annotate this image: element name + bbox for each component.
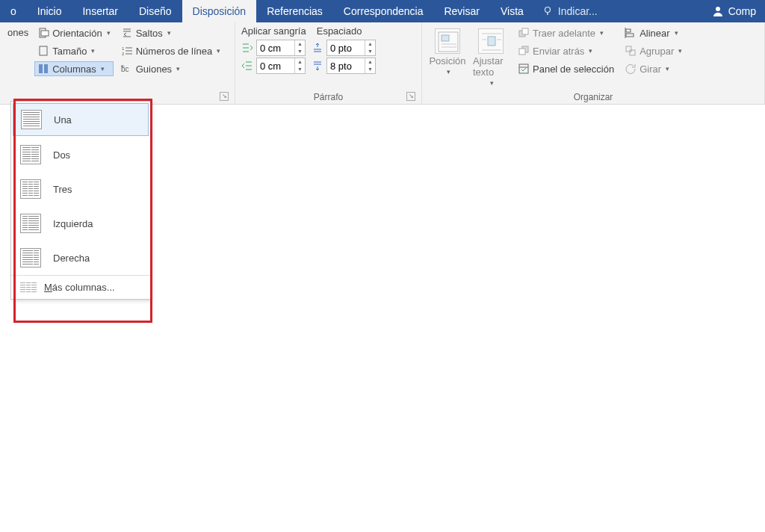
position-button[interactable]: Posición▾ [428, 25, 467, 90]
columns-option-tres[interactable]: Tres [11, 172, 150, 206]
svg-text:2: 2 [122, 52, 125, 56]
orientation-label: Orientación [52, 28, 102, 39]
svg-rect-27 [519, 49, 525, 55]
selection-pane-icon [518, 63, 530, 75]
breaks-icon [121, 27, 133, 39]
orientation-button[interactable]: Orientación▾ [34, 25, 113, 40]
svg-text:1: 1 [122, 46, 125, 51]
size-icon [37, 45, 49, 57]
caret-icon: ▾ [678, 47, 682, 55]
bring-forward-label: Traer adelante [533, 28, 595, 39]
bring-forward-icon [518, 27, 530, 39]
selection-pane-button[interactable]: Panel de selección [515, 61, 617, 76]
line-numbers-icon: 12 [121, 45, 133, 57]
lightbulb-icon [542, 5, 554, 17]
svg-rect-6 [39, 64, 43, 73]
option-label: Tres [53, 184, 72, 195]
svg-rect-19 [488, 37, 495, 46]
dialog-launcher-icon[interactable]: ↘ [406, 92, 415, 101]
tabbar-spacer [605, 0, 703, 22]
size-button[interactable]: Tamaño▾ [34, 43, 113, 58]
tab-revisar[interactable]: Revisar [433, 0, 489, 22]
line-numbers-button[interactable]: 12 Números de línea▾ [118, 43, 224, 58]
indent-right-input[interactable]: ▲▼ [256, 58, 306, 74]
indent-left-input[interactable]: ▲▼ [256, 40, 306, 56]
ribbon-tabbar: o Inicio Insertar Diseño Disposición Ref… [0, 0, 765, 22]
position-label: Posición [429, 55, 465, 66]
tab-disposicion[interactable]: Disposición [182, 0, 257, 22]
rotate-label: Girar [639, 64, 661, 75]
space-after-input[interactable]: ▲▼ [326, 58, 376, 74]
send-backward-icon [518, 45, 530, 57]
size-label: Tamaño [52, 46, 87, 57]
wrap-text-label: Ajustar texto [473, 55, 509, 78]
svg-rect-28 [519, 64, 528, 73]
caret-icon: ▾ [447, 68, 450, 75]
send-backward-button[interactable]: Enviar atrás▾ [515, 43, 617, 58]
ribbon: ones Orientación▾ Tamaño▾ Columnas▾ [0, 22, 765, 105]
columns-option-izquierda[interactable]: Izquierda [11, 206, 150, 241]
svg-rect-31 [626, 34, 634, 37]
tab-vista[interactable]: Vista [490, 0, 534, 22]
tellme-search[interactable]: Indicar... [534, 0, 605, 22]
share-label: Comp [728, 5, 756, 17]
tab-correspondencia[interactable]: Correspondencia [333, 0, 434, 22]
tab-inicio[interactable]: Inicio [27, 0, 72, 22]
hyphenation-label: Guiones [136, 64, 172, 75]
svg-rect-25 [522, 28, 528, 34]
align-icon [625, 27, 637, 39]
group-icon [625, 45, 637, 57]
svg-rect-7 [44, 64, 48, 73]
hyphenation-button[interactable]: bca- Guiones▾ [118, 61, 224, 76]
group-label-paragraph: Párrafo ↘ [241, 90, 415, 102]
share-button[interactable]: Comp [703, 0, 765, 22]
rotate-button[interactable]: Girar▾ [622, 61, 685, 76]
wrap-text-button[interactable]: Ajustar texto▾ [471, 25, 510, 90]
tab-referencias[interactable]: Referencias [256, 0, 333, 22]
caret-icon: ▾ [101, 65, 105, 72]
two-column-icon [20, 145, 41, 164]
caret-icon: ▾ [675, 29, 678, 37]
position-icon [435, 28, 460, 54]
svg-point-0 [545, 7, 550, 13]
hyphenation-icon: bca- [121, 63, 133, 75]
dialog-launcher-icon[interactable]: ↘ [220, 92, 229, 101]
margins-fragment: ones [6, 25, 30, 40]
columns-option-more[interactable]: Más columnas... [11, 276, 150, 299]
bring-forward-button[interactable]: Traer adelante▾ [515, 25, 617, 40]
svg-text:a-: a- [121, 64, 125, 68]
columns-option-derecha[interactable]: Derecha [11, 241, 150, 275]
caret-icon: ▾ [107, 29, 111, 37]
group-button[interactable]: Agrupar▾ [622, 43, 685, 58]
wrap-text-icon [478, 28, 504, 54]
svg-rect-30 [626, 29, 631, 32]
indent-right-icon [241, 60, 253, 72]
caret-icon: ▾ [589, 47, 592, 55]
space-before-input[interactable]: ▲▼ [326, 40, 376, 56]
caret-icon: ▾ [666, 65, 669, 72]
columns-label: Columnas [52, 64, 96, 75]
svg-point-2 [716, 7, 720, 11]
one-column-icon [21, 110, 42, 129]
columns-option-dos[interactable]: Dos [11, 137, 150, 172]
breaks-label: Saltos [136, 28, 163, 39]
caret-icon: ▾ [490, 79, 494, 87]
option-label: Derecha [53, 253, 90, 264]
space-after-icon [312, 60, 323, 72]
option-label: Dos [53, 149, 70, 161]
option-label: Izquierda [53, 218, 93, 229]
option-label: Una [54, 114, 72, 126]
caret-icon: ▾ [176, 65, 180, 72]
tab-fragment[interactable]: o [0, 0, 27, 22]
line-numbers-label: Números de línea [136, 46, 213, 57]
breaks-button[interactable]: Saltos▾ [118, 25, 224, 40]
columns-button[interactable]: Columnas▾ [34, 61, 113, 76]
left-column-icon [20, 214, 41, 233]
more-columns-label: Más columnas... [44, 282, 115, 293]
align-button[interactable]: Alinear▾ [622, 25, 685, 40]
group-label: Agrupar [639, 46, 674, 57]
tab-diseno[interactable]: Diseño [128, 0, 182, 22]
caret-icon: ▾ [217, 47, 220, 55]
columns-option-una[interactable]: Una [13, 103, 149, 136]
tab-insertar[interactable]: Insertar [72, 0, 128, 22]
